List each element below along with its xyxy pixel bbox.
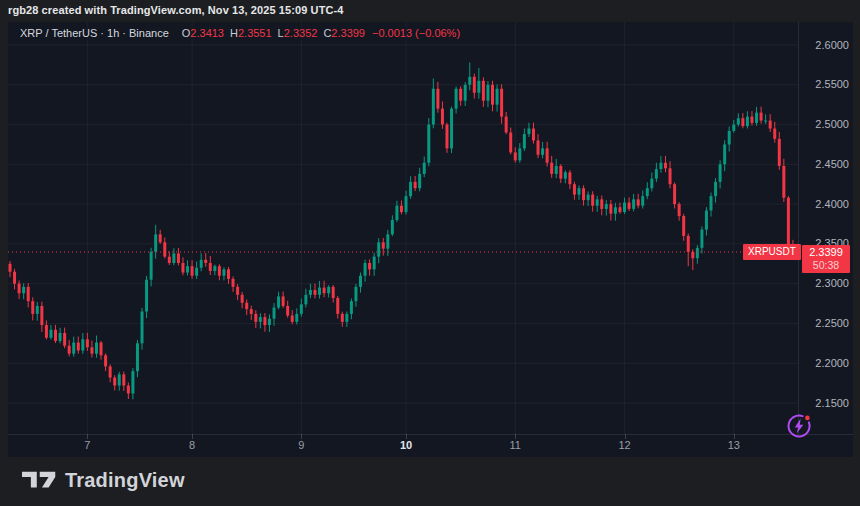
- time-tick-label: 10: [391, 439, 421, 451]
- last-price-value: 2.3399: [802, 246, 850, 259]
- time-tick-label: 11: [500, 439, 530, 451]
- chart-pane[interactable]: XRP / TetherUS · 1h · BinanceO2.3413H2.3…: [8, 22, 853, 457]
- open-value: 2.3413: [190, 27, 224, 39]
- tradingview-snapshot: { "header": { "note": "rgb28 created wit…: [0, 0, 860, 506]
- bar-countdown: 50:38: [802, 259, 850, 272]
- last-price-flag: 2.3399 50:38: [802, 245, 850, 273]
- symbol-legend[interactable]: XRP / TetherUS · 1h · BinanceO2.3413H2.3…: [16, 26, 464, 40]
- tradingview-footer[interactable]: TradingView: [22, 465, 185, 495]
- time-tick-label: 12: [610, 439, 640, 451]
- change-value: −0.0013 (−0.06%): [372, 27, 460, 39]
- close-value: 2.3399: [331, 27, 365, 39]
- high-value: 2.3551: [238, 27, 272, 39]
- time-tick-label: 9: [286, 439, 316, 451]
- time-tick-label: 13: [719, 439, 749, 451]
- time-axis-separator: [8, 434, 853, 435]
- candlestick-series[interactable]: [8, 22, 853, 457]
- tradingview-wordmark: TradingView: [65, 469, 185, 492]
- instant-refresh-icon[interactable]: [785, 412, 813, 440]
- time-tick-label: 8: [177, 439, 207, 451]
- price-axis-separator: [798, 22, 799, 434]
- snapshot-attribution: rgb28 created with TradingView.com, Nov …: [8, 4, 344, 16]
- series-price-flag: XRPUSDT: [743, 244, 801, 260]
- high-label: H: [230, 27, 238, 39]
- symbol-title[interactable]: XRP / TetherUS · 1h · Binance: [20, 27, 169, 39]
- time-tick-label: 7: [72, 439, 102, 451]
- tradingview-logo-icon: [22, 469, 56, 491]
- low-value: 2.3352: [284, 27, 318, 39]
